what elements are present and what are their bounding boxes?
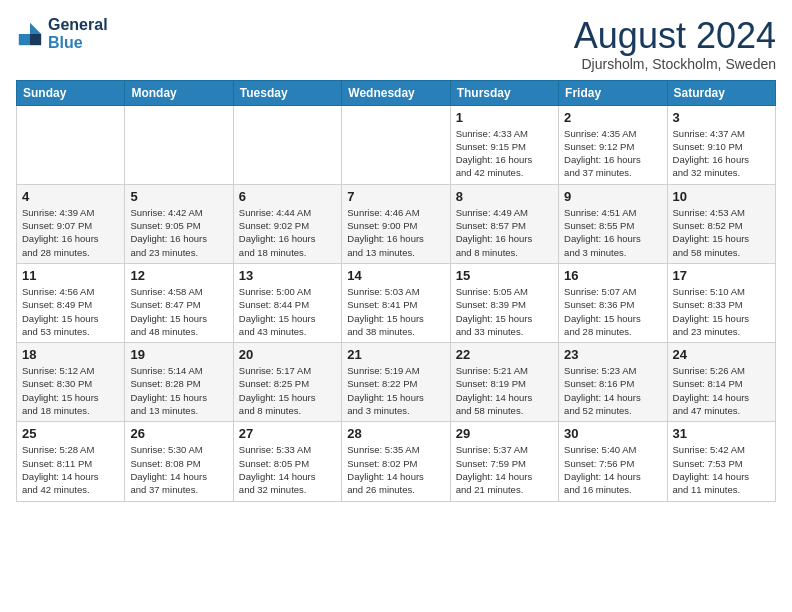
- calendar-cell: 3Sunrise: 4:37 AM Sunset: 9:10 PM Daylig…: [667, 105, 775, 184]
- day-number: 26: [130, 426, 227, 441]
- day-content: Sunrise: 5:19 AM Sunset: 8:22 PM Dayligh…: [347, 364, 444, 417]
- weekday-header-monday: Monday: [125, 80, 233, 105]
- day-content: Sunrise: 4:58 AM Sunset: 8:47 PM Dayligh…: [130, 285, 227, 338]
- day-content: Sunrise: 5:05 AM Sunset: 8:39 PM Dayligh…: [456, 285, 553, 338]
- day-number: 2: [564, 110, 661, 125]
- day-content: Sunrise: 5:00 AM Sunset: 8:44 PM Dayligh…: [239, 285, 336, 338]
- weekday-header-wednesday: Wednesday: [342, 80, 450, 105]
- calendar-week-3: 11Sunrise: 4:56 AM Sunset: 8:49 PM Dayli…: [17, 263, 776, 342]
- day-number: 10: [673, 189, 770, 204]
- calendar-cell: 28Sunrise: 5:35 AM Sunset: 8:02 PM Dayli…: [342, 422, 450, 501]
- calendar-cell: 27Sunrise: 5:33 AM Sunset: 8:05 PM Dayli…: [233, 422, 341, 501]
- day-content: Sunrise: 5:28 AM Sunset: 8:11 PM Dayligh…: [22, 443, 119, 496]
- calendar-cell: 5Sunrise: 4:42 AM Sunset: 9:05 PM Daylig…: [125, 184, 233, 263]
- day-content: Sunrise: 4:56 AM Sunset: 8:49 PM Dayligh…: [22, 285, 119, 338]
- day-content: Sunrise: 5:17 AM Sunset: 8:25 PM Dayligh…: [239, 364, 336, 417]
- day-content: Sunrise: 4:35 AM Sunset: 9:12 PM Dayligh…: [564, 127, 661, 180]
- calendar-cell: 7Sunrise: 4:46 AM Sunset: 9:00 PM Daylig…: [342, 184, 450, 263]
- day-content: Sunrise: 5:33 AM Sunset: 8:05 PM Dayligh…: [239, 443, 336, 496]
- day-content: Sunrise: 4:39 AM Sunset: 9:07 PM Dayligh…: [22, 206, 119, 259]
- logo-text: General Blue: [48, 16, 108, 52]
- calendar-cell: 6Sunrise: 4:44 AM Sunset: 9:02 PM Daylig…: [233, 184, 341, 263]
- day-number: 11: [22, 268, 119, 283]
- day-number: 6: [239, 189, 336, 204]
- day-content: Sunrise: 4:46 AM Sunset: 9:00 PM Dayligh…: [347, 206, 444, 259]
- day-content: Sunrise: 4:33 AM Sunset: 9:15 PM Dayligh…: [456, 127, 553, 180]
- calendar-cell: 24Sunrise: 5:26 AM Sunset: 8:14 PM Dayli…: [667, 343, 775, 422]
- month-title: August 2024: [574, 16, 776, 56]
- calendar-cell: 18Sunrise: 5:12 AM Sunset: 8:30 PM Dayli…: [17, 343, 125, 422]
- calendar-cell: 20Sunrise: 5:17 AM Sunset: 8:25 PM Dayli…: [233, 343, 341, 422]
- calendar-cell: 8Sunrise: 4:49 AM Sunset: 8:57 PM Daylig…: [450, 184, 558, 263]
- weekday-header-friday: Friday: [559, 80, 667, 105]
- day-content: Sunrise: 5:12 AM Sunset: 8:30 PM Dayligh…: [22, 364, 119, 417]
- calendar-cell: [342, 105, 450, 184]
- weekday-header-saturday: Saturday: [667, 80, 775, 105]
- calendar-cell: 19Sunrise: 5:14 AM Sunset: 8:28 PM Dayli…: [125, 343, 233, 422]
- day-number: 4: [22, 189, 119, 204]
- calendar-cell: 13Sunrise: 5:00 AM Sunset: 8:44 PM Dayli…: [233, 263, 341, 342]
- day-number: 16: [564, 268, 661, 283]
- day-number: 28: [347, 426, 444, 441]
- day-number: 3: [673, 110, 770, 125]
- calendar-cell: 9Sunrise: 4:51 AM Sunset: 8:55 PM Daylig…: [559, 184, 667, 263]
- day-number: 29: [456, 426, 553, 441]
- weekday-header-tuesday: Tuesday: [233, 80, 341, 105]
- day-number: 30: [564, 426, 661, 441]
- calendar-week-4: 18Sunrise: 5:12 AM Sunset: 8:30 PM Dayli…: [17, 343, 776, 422]
- day-number: 9: [564, 189, 661, 204]
- day-number: 23: [564, 347, 661, 362]
- day-content: Sunrise: 5:35 AM Sunset: 8:02 PM Dayligh…: [347, 443, 444, 496]
- day-number: 13: [239, 268, 336, 283]
- calendar-cell: [233, 105, 341, 184]
- calendar-cell: 11Sunrise: 4:56 AM Sunset: 8:49 PM Dayli…: [17, 263, 125, 342]
- day-content: Sunrise: 5:37 AM Sunset: 7:59 PM Dayligh…: [456, 443, 553, 496]
- day-content: Sunrise: 5:40 AM Sunset: 7:56 PM Dayligh…: [564, 443, 661, 496]
- day-content: Sunrise: 4:53 AM Sunset: 8:52 PM Dayligh…: [673, 206, 770, 259]
- day-content: Sunrise: 5:30 AM Sunset: 8:08 PM Dayligh…: [130, 443, 227, 496]
- calendar-week-1: 1Sunrise: 4:33 AM Sunset: 9:15 PM Daylig…: [17, 105, 776, 184]
- day-number: 20: [239, 347, 336, 362]
- day-content: Sunrise: 4:51 AM Sunset: 8:55 PM Dayligh…: [564, 206, 661, 259]
- calendar-cell: 21Sunrise: 5:19 AM Sunset: 8:22 PM Dayli…: [342, 343, 450, 422]
- day-number: 8: [456, 189, 553, 204]
- calendar-cell: 10Sunrise: 4:53 AM Sunset: 8:52 PM Dayli…: [667, 184, 775, 263]
- calendar-cell: 2Sunrise: 4:35 AM Sunset: 9:12 PM Daylig…: [559, 105, 667, 184]
- day-number: 12: [130, 268, 227, 283]
- day-content: Sunrise: 4:44 AM Sunset: 9:02 PM Dayligh…: [239, 206, 336, 259]
- page-header: General Blue August 2024 Djursholm, Stoc…: [16, 16, 776, 72]
- day-number: 1: [456, 110, 553, 125]
- calendar-week-5: 25Sunrise: 5:28 AM Sunset: 8:11 PM Dayli…: [17, 422, 776, 501]
- svg-marker-2: [30, 34, 41, 45]
- calendar-cell: 25Sunrise: 5:28 AM Sunset: 8:11 PM Dayli…: [17, 422, 125, 501]
- day-number: 27: [239, 426, 336, 441]
- day-content: Sunrise: 4:37 AM Sunset: 9:10 PM Dayligh…: [673, 127, 770, 180]
- calendar-cell: [125, 105, 233, 184]
- day-content: Sunrise: 5:21 AM Sunset: 8:19 PM Dayligh…: [456, 364, 553, 417]
- day-number: 5: [130, 189, 227, 204]
- day-number: 22: [456, 347, 553, 362]
- calendar-cell: 29Sunrise: 5:37 AM Sunset: 7:59 PM Dayli…: [450, 422, 558, 501]
- title-section: August 2024 Djursholm, Stockholm, Sweden: [574, 16, 776, 72]
- day-number: 21: [347, 347, 444, 362]
- calendar-cell: 17Sunrise: 5:10 AM Sunset: 8:33 PM Dayli…: [667, 263, 775, 342]
- day-content: Sunrise: 4:49 AM Sunset: 8:57 PM Dayligh…: [456, 206, 553, 259]
- day-number: 25: [22, 426, 119, 441]
- calendar-cell: 31Sunrise: 5:42 AM Sunset: 7:53 PM Dayli…: [667, 422, 775, 501]
- day-content: Sunrise: 5:07 AM Sunset: 8:36 PM Dayligh…: [564, 285, 661, 338]
- svg-marker-3: [19, 34, 30, 45]
- calendar-week-2: 4Sunrise: 4:39 AM Sunset: 9:07 PM Daylig…: [17, 184, 776, 263]
- calendar-cell: 26Sunrise: 5:30 AM Sunset: 8:08 PM Dayli…: [125, 422, 233, 501]
- logo-icon: [16, 20, 44, 48]
- calendar-cell: 12Sunrise: 4:58 AM Sunset: 8:47 PM Dayli…: [125, 263, 233, 342]
- day-content: Sunrise: 5:42 AM Sunset: 7:53 PM Dayligh…: [673, 443, 770, 496]
- calendar-cell: 14Sunrise: 5:03 AM Sunset: 8:41 PM Dayli…: [342, 263, 450, 342]
- calendar-cell: 23Sunrise: 5:23 AM Sunset: 8:16 PM Dayli…: [559, 343, 667, 422]
- calendar-cell: 4Sunrise: 4:39 AM Sunset: 9:07 PM Daylig…: [17, 184, 125, 263]
- calendar-header-row: SundayMondayTuesdayWednesdayThursdayFrid…: [17, 80, 776, 105]
- calendar-table: SundayMondayTuesdayWednesdayThursdayFrid…: [16, 80, 776, 502]
- location: Djursholm, Stockholm, Sweden: [574, 56, 776, 72]
- calendar-cell: 1Sunrise: 4:33 AM Sunset: 9:15 PM Daylig…: [450, 105, 558, 184]
- calendar-cell: [17, 105, 125, 184]
- day-number: 19: [130, 347, 227, 362]
